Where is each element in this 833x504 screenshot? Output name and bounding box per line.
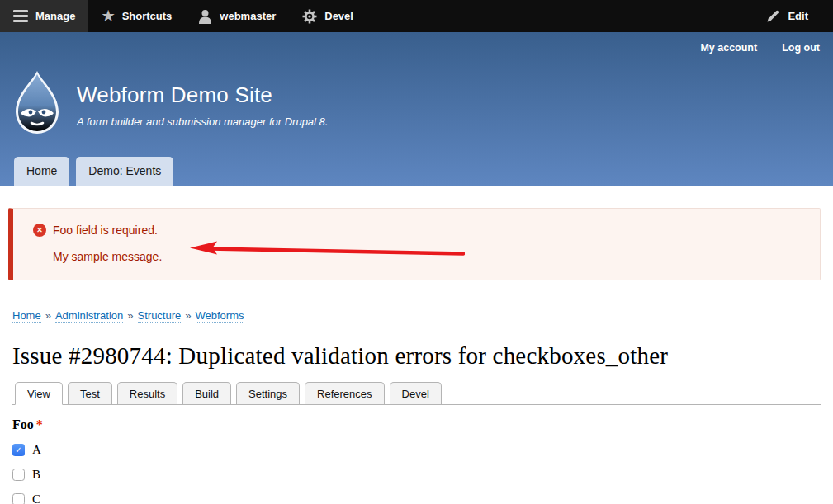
field-label-foo: Foo (12, 417, 34, 431)
error-message-text: Foo field is required. (53, 224, 158, 237)
toolbar-item-label: Manage (35, 10, 75, 22)
site-slogan: A form builder and submission manager fo… (77, 115, 328, 128)
toolbar-item-label: Devel (324, 10, 353, 22)
breadcrumb-link-home[interactable]: Home (12, 309, 41, 323)
toolbar-edit-region: Edit (753, 0, 833, 32)
account-menu: My account Log out (700, 42, 820, 54)
page-title: Issue #2980744: Duplicated validation er… (12, 342, 821, 370)
error-messages: ✕ Foo field is required. My sample messa… (8, 208, 821, 280)
tab-settings[interactable]: Settings (236, 382, 300, 404)
toolbar-item-webmaster[interactable]: webmaster (185, 0, 289, 32)
log-out-link[interactable]: Log out (782, 42, 820, 54)
breadcrumb-link-administration[interactable]: Administration (55, 309, 123, 323)
main-menu-home[interactable]: Home (14, 157, 69, 186)
checkbox-option-c[interactable]: C (12, 492, 821, 504)
site-name[interactable]: Webform Demo Site (77, 82, 328, 108)
star-icon: ★ (102, 9, 114, 23)
toolbar-item-devel[interactable]: Devel (289, 0, 367, 32)
tab-build[interactable]: Build (182, 382, 231, 404)
toolbar-item-shortcuts[interactable]: ★ Shortcuts (88, 0, 185, 32)
checkbox-label: A (32, 443, 41, 457)
webform: Foo* A B C (12, 417, 821, 504)
brand-text: Webform Demo Site A form builder and sub… (77, 82, 328, 128)
breadcrumb-link-structure[interactable]: Structure (138, 309, 182, 323)
checkbox-option-a[interactable]: A (12, 443, 821, 457)
checkbox-b[interactable] (12, 469, 25, 481)
breadcrumb-separator: » (127, 309, 133, 322)
primary-tabs: View Test Results Build Settings Referen… (12, 382, 821, 405)
main-content: ✕ Foo field is required. My sample messa… (0, 208, 833, 504)
checkbox-label: C (32, 492, 40, 504)
checkbox-a[interactable] (12, 444, 25, 456)
required-marker: * (36, 417, 43, 431)
tab-view[interactable]: View (15, 382, 63, 405)
field-label-row: Foo* (12, 417, 821, 432)
site-header: My account Log out Webform Demo Site (0, 32, 833, 186)
error-message-line: ✕ Foo field is required. (33, 224, 803, 237)
tab-test[interactable]: Test (68, 382, 112, 404)
toolbar-item-label: webmaster (220, 10, 276, 22)
tab-results[interactable]: Results (117, 382, 177, 404)
checkbox-label: B (32, 468, 40, 482)
edit-button[interactable]: Edit (753, 9, 821, 23)
user-icon (198, 9, 212, 24)
breadcrumb-link-webforms[interactable]: Webforms (196, 309, 244, 323)
toolbar-item-label: Shortcuts (122, 10, 173, 22)
tab-devel[interactable]: Devel (390, 382, 442, 404)
admin-toolbar-tabs: Manage ★ Shortcuts webmaster (0, 0, 367, 32)
error-message-text: My sample message. (53, 250, 162, 263)
edit-label: Edit (788, 10, 808, 22)
checkbox-option-b[interactable]: B (12, 468, 821, 482)
checkbox-c[interactable] (12, 493, 25, 504)
pencil-icon (766, 9, 780, 23)
tab-references[interactable]: References (305, 382, 384, 404)
breadcrumb-separator: » (185, 309, 191, 322)
main-menu-demo-events[interactable]: Demo: Events (76, 157, 173, 186)
drupal-logo[interactable] (11, 71, 64, 139)
main-menu: Home Demo: Events (14, 157, 173, 186)
breadcrumb-separator: » (45, 309, 51, 322)
toolbar-item-manage[interactable]: Manage (0, 0, 88, 32)
error-message-line: My sample message. (33, 250, 803, 263)
admin-toolbar: Manage ★ Shortcuts webmaster (0, 0, 833, 32)
breadcrumb: Home»Administration»Structure»Webforms (12, 309, 821, 322)
gear-icon (302, 9, 317, 24)
menu-icon (13, 10, 28, 22)
error-icon: ✕ (33, 224, 46, 237)
my-account-link[interactable]: My account (700, 42, 757, 54)
